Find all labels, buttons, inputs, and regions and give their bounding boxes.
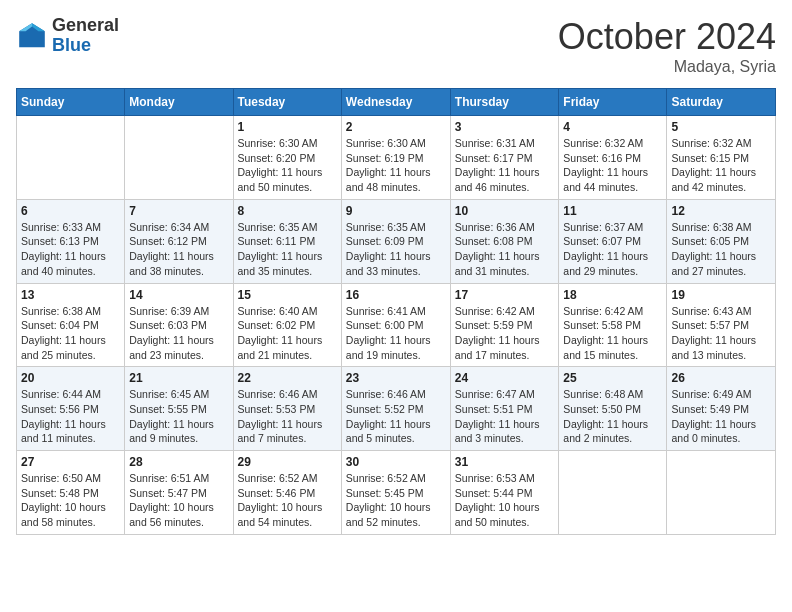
header-day: Wednesday <box>341 89 450 116</box>
calendar-cell: 13Sunrise: 6:38 AM Sunset: 6:04 PM Dayli… <box>17 283 125 367</box>
logo-blue: Blue <box>52 35 91 55</box>
day-number: 14 <box>129 288 228 302</box>
header-day: Thursday <box>450 89 559 116</box>
day-number: 24 <box>455 371 555 385</box>
day-info: Sunrise: 6:40 AM Sunset: 6:02 PM Dayligh… <box>238 304 337 363</box>
day-number: 30 <box>346 455 446 469</box>
day-info: Sunrise: 6:35 AM Sunset: 6:11 PM Dayligh… <box>238 220 337 279</box>
header-day: Tuesday <box>233 89 341 116</box>
day-number: 2 <box>346 120 446 134</box>
day-info: Sunrise: 6:39 AM Sunset: 6:03 PM Dayligh… <box>129 304 228 363</box>
day-number: 3 <box>455 120 555 134</box>
day-info: Sunrise: 6:50 AM Sunset: 5:48 PM Dayligh… <box>21 471 120 530</box>
calendar-cell: 8Sunrise: 6:35 AM Sunset: 6:11 PM Daylig… <box>233 199 341 283</box>
calendar-cell: 14Sunrise: 6:39 AM Sunset: 6:03 PM Dayli… <box>125 283 233 367</box>
calendar-cell: 3Sunrise: 6:31 AM Sunset: 6:17 PM Daylig… <box>450 116 559 200</box>
day-info: Sunrise: 6:45 AM Sunset: 5:55 PM Dayligh… <box>129 387 228 446</box>
day-number: 16 <box>346 288 446 302</box>
day-number: 22 <box>238 371 337 385</box>
calendar-cell: 28Sunrise: 6:51 AM Sunset: 5:47 PM Dayli… <box>125 451 233 535</box>
calendar-cell: 22Sunrise: 6:46 AM Sunset: 5:53 PM Dayli… <box>233 367 341 451</box>
header-day: Sunday <box>17 89 125 116</box>
day-number: 27 <box>21 455 120 469</box>
day-info: Sunrise: 6:35 AM Sunset: 6:09 PM Dayligh… <box>346 220 446 279</box>
day-info: Sunrise: 6:51 AM Sunset: 5:47 PM Dayligh… <box>129 471 228 530</box>
day-number: 7 <box>129 204 228 218</box>
location: Madaya, Syria <box>558 58 776 76</box>
day-info: Sunrise: 6:38 AM Sunset: 6:05 PM Dayligh… <box>671 220 771 279</box>
day-number: 26 <box>671 371 771 385</box>
calendar-cell: 15Sunrise: 6:40 AM Sunset: 6:02 PM Dayli… <box>233 283 341 367</box>
calendar-header: SundayMondayTuesdayWednesdayThursdayFrid… <box>17 89 776 116</box>
calendar-cell: 12Sunrise: 6:38 AM Sunset: 6:05 PM Dayli… <box>667 199 776 283</box>
logo: General Blue <box>16 16 119 56</box>
day-number: 1 <box>238 120 337 134</box>
calendar-week-row: 20Sunrise: 6:44 AM Sunset: 5:56 PM Dayli… <box>17 367 776 451</box>
day-number: 20 <box>21 371 120 385</box>
day-number: 31 <box>455 455 555 469</box>
logo-text: General Blue <box>52 16 119 56</box>
day-info: Sunrise: 6:42 AM Sunset: 5:59 PM Dayligh… <box>455 304 555 363</box>
calendar-cell: 31Sunrise: 6:53 AM Sunset: 5:44 PM Dayli… <box>450 451 559 535</box>
header-day: Monday <box>125 89 233 116</box>
calendar-week-row: 6Sunrise: 6:33 AM Sunset: 6:13 PM Daylig… <box>17 199 776 283</box>
day-number: 23 <box>346 371 446 385</box>
day-info: Sunrise: 6:37 AM Sunset: 6:07 PM Dayligh… <box>563 220 662 279</box>
calendar-cell: 24Sunrise: 6:47 AM Sunset: 5:51 PM Dayli… <box>450 367 559 451</box>
calendar-cell: 11Sunrise: 6:37 AM Sunset: 6:07 PM Dayli… <box>559 199 667 283</box>
calendar-cell: 9Sunrise: 6:35 AM Sunset: 6:09 PM Daylig… <box>341 199 450 283</box>
day-number: 28 <box>129 455 228 469</box>
day-info: Sunrise: 6:31 AM Sunset: 6:17 PM Dayligh… <box>455 136 555 195</box>
calendar-cell: 20Sunrise: 6:44 AM Sunset: 5:56 PM Dayli… <box>17 367 125 451</box>
day-info: Sunrise: 6:32 AM Sunset: 6:15 PM Dayligh… <box>671 136 771 195</box>
day-info: Sunrise: 6:53 AM Sunset: 5:44 PM Dayligh… <box>455 471 555 530</box>
title-area: October 2024 Madaya, Syria <box>558 16 776 76</box>
day-info: Sunrise: 6:44 AM Sunset: 5:56 PM Dayligh… <box>21 387 120 446</box>
calendar-cell: 21Sunrise: 6:45 AM Sunset: 5:55 PM Dayli… <box>125 367 233 451</box>
logo-icon <box>16 20 48 52</box>
day-number: 21 <box>129 371 228 385</box>
day-number: 13 <box>21 288 120 302</box>
day-number: 25 <box>563 371 662 385</box>
day-info: Sunrise: 6:41 AM Sunset: 6:00 PM Dayligh… <box>346 304 446 363</box>
day-info: Sunrise: 6:30 AM Sunset: 6:20 PM Dayligh… <box>238 136 337 195</box>
calendar-cell: 4Sunrise: 6:32 AM Sunset: 6:16 PM Daylig… <box>559 116 667 200</box>
header-day: Friday <box>559 89 667 116</box>
day-number: 6 <box>21 204 120 218</box>
calendar-cell <box>125 116 233 200</box>
calendar-cell <box>17 116 125 200</box>
day-number: 19 <box>671 288 771 302</box>
calendar-cell: 19Sunrise: 6:43 AM Sunset: 5:57 PM Dayli… <box>667 283 776 367</box>
calendar-cell: 26Sunrise: 6:49 AM Sunset: 5:49 PM Dayli… <box>667 367 776 451</box>
svg-marker-0 <box>19 23 45 47</box>
calendar-cell: 30Sunrise: 6:52 AM Sunset: 5:45 PM Dayli… <box>341 451 450 535</box>
calendar-cell: 16Sunrise: 6:41 AM Sunset: 6:00 PM Dayli… <box>341 283 450 367</box>
calendar-cell: 2Sunrise: 6:30 AM Sunset: 6:19 PM Daylig… <box>341 116 450 200</box>
calendar-cell: 10Sunrise: 6:36 AM Sunset: 6:08 PM Dayli… <box>450 199 559 283</box>
calendar-cell: 6Sunrise: 6:33 AM Sunset: 6:13 PM Daylig… <box>17 199 125 283</box>
day-info: Sunrise: 6:36 AM Sunset: 6:08 PM Dayligh… <box>455 220 555 279</box>
header-row: SundayMondayTuesdayWednesdayThursdayFrid… <box>17 89 776 116</box>
day-info: Sunrise: 6:47 AM Sunset: 5:51 PM Dayligh… <box>455 387 555 446</box>
calendar-cell <box>559 451 667 535</box>
day-info: Sunrise: 6:42 AM Sunset: 5:58 PM Dayligh… <box>563 304 662 363</box>
calendar-cell: 5Sunrise: 6:32 AM Sunset: 6:15 PM Daylig… <box>667 116 776 200</box>
day-info: Sunrise: 6:48 AM Sunset: 5:50 PM Dayligh… <box>563 387 662 446</box>
day-info: Sunrise: 6:49 AM Sunset: 5:49 PM Dayligh… <box>671 387 771 446</box>
day-number: 4 <box>563 120 662 134</box>
calendar-body: 1Sunrise: 6:30 AM Sunset: 6:20 PM Daylig… <box>17 116 776 535</box>
day-info: Sunrise: 6:38 AM Sunset: 6:04 PM Dayligh… <box>21 304 120 363</box>
month-title: October 2024 <box>558 16 776 58</box>
calendar-cell: 17Sunrise: 6:42 AM Sunset: 5:59 PM Dayli… <box>450 283 559 367</box>
header-day: Saturday <box>667 89 776 116</box>
day-number: 12 <box>671 204 771 218</box>
calendar-cell: 18Sunrise: 6:42 AM Sunset: 5:58 PM Dayli… <box>559 283 667 367</box>
calendar-table: SundayMondayTuesdayWednesdayThursdayFrid… <box>16 88 776 535</box>
calendar-week-row: 1Sunrise: 6:30 AM Sunset: 6:20 PM Daylig… <box>17 116 776 200</box>
calendar-week-row: 27Sunrise: 6:50 AM Sunset: 5:48 PM Dayli… <box>17 451 776 535</box>
day-number: 8 <box>238 204 337 218</box>
day-number: 9 <box>346 204 446 218</box>
day-number: 5 <box>671 120 771 134</box>
calendar-cell: 25Sunrise: 6:48 AM Sunset: 5:50 PM Dayli… <box>559 367 667 451</box>
calendar-cell <box>667 451 776 535</box>
